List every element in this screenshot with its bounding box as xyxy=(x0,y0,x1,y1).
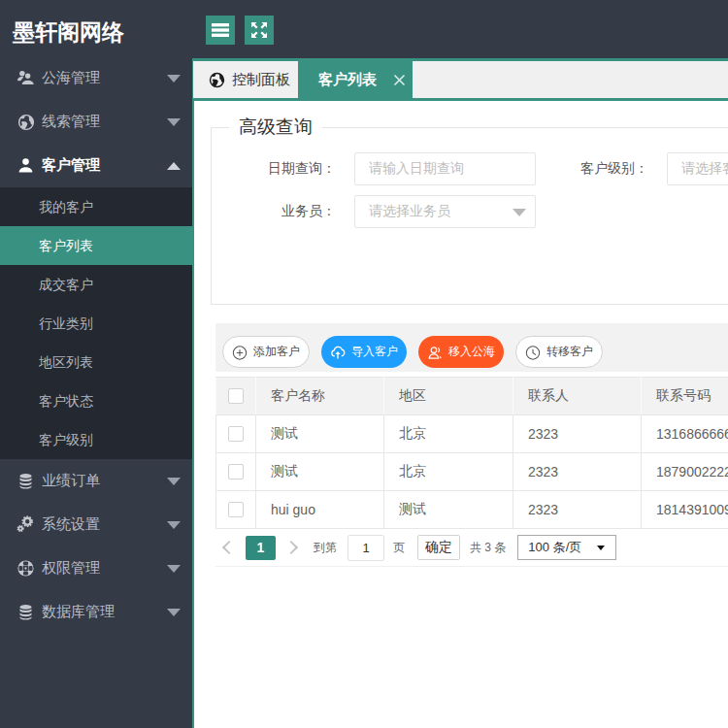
sidebar-item-label: 线索管理 xyxy=(42,113,100,131)
chevron-down-icon xyxy=(167,75,181,83)
chevron-down-icon xyxy=(167,118,181,126)
pagination: 1 到第 1 页 确定 共 3 条 100 条/页 xyxy=(215,529,728,567)
confirm-button[interactable]: 确定 xyxy=(417,535,460,560)
cell-contact: 2323 xyxy=(513,415,642,453)
app-title: 墨轩阁网络 xyxy=(0,0,192,48)
globe-icon xyxy=(17,113,35,131)
menu-toggle-button[interactable] xyxy=(206,16,235,45)
cloud-upload-icon xyxy=(330,345,346,360)
sidebar-submenu: 我的客户 客户列表 成交客户 行业类别 地区列表 客户状态 客户级别 xyxy=(0,187,192,459)
transfer-customer-button[interactable]: 转移客户 xyxy=(515,336,603,368)
cell-contact: 2323 xyxy=(513,491,642,529)
total-count-label: 共 3 条 xyxy=(470,540,506,556)
chevron-down-icon xyxy=(167,478,181,485)
advanced-query-title: 高级查询 xyxy=(229,116,322,138)
tabbar: 控制面板 客户列表 xyxy=(192,58,728,101)
clock-icon xyxy=(525,345,541,360)
button-label: 添加客户 xyxy=(253,344,300,360)
table-toolbar: 添加客户 导入客户 移入公海 转移客户 xyxy=(215,323,728,372)
import-customer-button[interactable]: 导入客户 xyxy=(321,336,407,368)
cell-phone: 18790022222 xyxy=(642,453,728,491)
button-label: 导入客户 xyxy=(351,344,398,360)
gears-icon xyxy=(17,515,35,534)
sidebar-subitem-customer-list[interactable]: 客户列表 xyxy=(0,226,192,265)
advanced-query-panel: 高级查询 日期查询： 请输入日期查询 客户级别： 请选择客户级别 业务员： 请选… xyxy=(211,116,728,305)
customer-level-input[interactable]: 请选择客户级别 xyxy=(667,152,728,185)
sidebar-subitem-status[interactable]: 客户状态 xyxy=(0,381,192,420)
sidebar-subitem-deal-customers[interactable]: 成交客户 xyxy=(0,265,192,304)
circle-plus-icon xyxy=(232,345,248,360)
button-label: 移入公海 xyxy=(448,344,495,360)
query-row-2: 业务员： 请选择业务员 xyxy=(212,195,728,228)
row-checkbox[interactable] xyxy=(228,426,244,442)
row-checkbox[interactable] xyxy=(228,502,244,517)
fullscreen-icon xyxy=(250,21,268,39)
cell-region: 测试 xyxy=(384,491,513,529)
sidebar-nav: 公海管理 线索管理 客户管理 我的客户 客户列表 成交客户 行业类别 地区列表 … xyxy=(0,56,192,634)
sidebar-item-label: 权限管理 xyxy=(42,559,100,578)
page-size-select[interactable]: 100 条/页 xyxy=(517,535,616,560)
sidebar-item-label: 系统设置 xyxy=(42,515,100,534)
sidebar-item-orders[interactable]: 业绩订单 xyxy=(0,459,192,503)
sidebar-item-public-sea[interactable]: 公海管理 xyxy=(0,56,192,100)
database-icon xyxy=(17,603,35,621)
fullscreen-button[interactable] xyxy=(245,16,274,45)
sidebar-subitem-my-customers[interactable]: 我的客户 xyxy=(0,187,192,226)
query-row-1: 日期查询： 请输入日期查询 客户级别： 请选择客户级别 xyxy=(212,152,728,185)
page-unit-label: 页 xyxy=(393,540,405,556)
topbar xyxy=(192,0,728,58)
cell-name: 测试 xyxy=(256,453,384,491)
date-query-label: 日期查询： xyxy=(212,160,336,178)
cell-region: 北京 xyxy=(384,415,513,453)
column-header: 联系人 xyxy=(513,378,642,415)
user-icon xyxy=(17,156,35,175)
close-icon[interactable] xyxy=(393,74,406,86)
tab-label: 控制面板 xyxy=(232,71,290,89)
cell-phone: 18143910095 xyxy=(642,491,728,529)
sidebar-item-permissions[interactable]: 权限管理 xyxy=(0,546,192,590)
tab-label: 客户列表 xyxy=(318,71,377,89)
customer-level-label: 客户级别： xyxy=(536,160,648,178)
table-row: hui guo 测试 2323 18143910095 xyxy=(216,491,728,529)
add-customer-button[interactable]: 添加客户 xyxy=(222,336,310,368)
salesman-select[interactable]: 请选择业务员 xyxy=(354,195,536,228)
table-card: 添加客户 导入客户 移入公海 转移客户 xyxy=(215,323,728,567)
move-to-public-button[interactable]: 移入公海 xyxy=(418,336,504,368)
customer-table: 客户名称 地区 联系人 联系号码 测试 北京 2323 13168666666 … xyxy=(215,377,728,529)
chevron-down-icon xyxy=(167,565,181,573)
next-page-button[interactable] xyxy=(284,541,298,554)
chevron-down-icon xyxy=(167,609,181,616)
column-header: 地区 xyxy=(384,378,513,415)
hamburger-icon xyxy=(212,23,229,37)
select-all-checkbox[interactable] xyxy=(228,388,244,404)
sidebar-item-label: 公海管理 xyxy=(42,69,100,87)
cell-phone: 13168666666 xyxy=(642,415,728,453)
sidebar-item-customers[interactable]: 客户管理 xyxy=(0,144,192,187)
sidebar-item-leads[interactable]: 线索管理 xyxy=(0,100,192,144)
table-row: 测试 北京 2323 18790022222 xyxy=(216,453,728,491)
sidebar: 墨轩阁网络 公海管理 线索管理 客户管理 我的客户 客户列表 成交客户 xyxy=(0,0,192,728)
sidebar-item-database[interactable]: 数据库管理 xyxy=(0,590,192,634)
current-page-button[interactable]: 1 xyxy=(246,536,276,560)
prev-page-button[interactable] xyxy=(222,541,236,554)
chevron-up-icon xyxy=(167,162,181,170)
tab-dashboard[interactable]: 控制面板 xyxy=(193,61,298,98)
goto-page-input[interactable]: 1 xyxy=(347,535,384,561)
tabbar-filler xyxy=(413,61,728,98)
table-row: 测试 北京 2323 13168666666 xyxy=(216,415,728,453)
sidebar-subitem-level[interactable]: 客户级别 xyxy=(0,420,192,459)
column-header: 联系号码 xyxy=(642,378,728,415)
wheel-icon xyxy=(17,559,35,578)
cell-name: hui guo xyxy=(256,491,384,529)
user-icon xyxy=(427,345,443,360)
main-content: 高级查询 日期查询： 请输入日期查询 客户级别： 请选择客户级别 业务员： 请选… xyxy=(192,101,728,728)
date-query-input[interactable]: 请输入日期查询 xyxy=(354,152,536,185)
sidebar-subitem-industry[interactable]: 行业类别 xyxy=(0,304,192,343)
row-checkbox[interactable] xyxy=(228,464,244,480)
select-arrow-icon xyxy=(597,546,605,550)
sidebar-subitem-region[interactable]: 地区列表 xyxy=(0,343,192,381)
database-icon xyxy=(17,472,35,490)
cell-region: 北京 xyxy=(384,453,513,491)
tab-customer-list[interactable]: 客户列表 xyxy=(298,61,413,98)
sidebar-item-settings[interactable]: 系统设置 xyxy=(0,503,192,546)
